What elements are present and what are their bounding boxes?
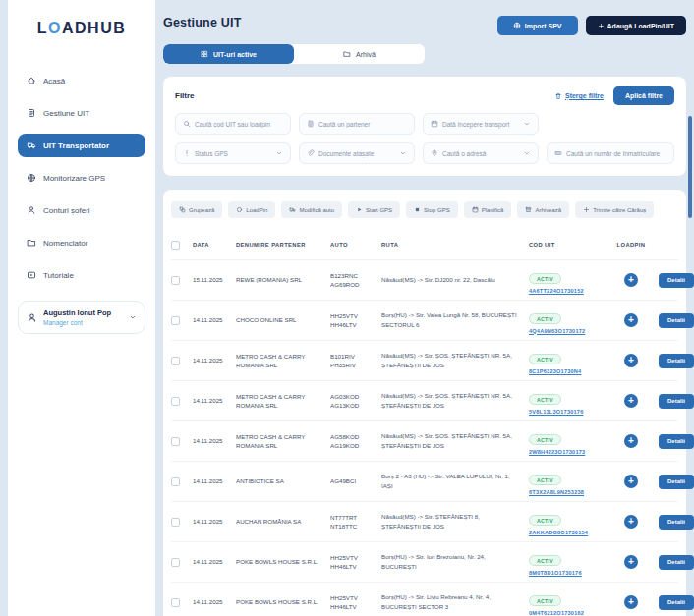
play-icon	[356, 206, 363, 213]
filter-data-incepere-value: Dată începere transport	[442, 121, 509, 128]
uit-code-link[interactable]: 8C1P6323O1730N4	[529, 368, 613, 374]
filter-partener-input[interactable]	[318, 121, 407, 128]
uit-code-link[interactable]: 4A6TT224O1730152	[529, 288, 613, 294]
detail-button[interactable]: Detalii	[659, 394, 694, 409]
sidebar-item-uit-transportator[interactable]: UIT Transportator	[18, 134, 145, 157]
table-row: 14.11.2025 POKE BOWLS HOUSE S.R.L. HH25V…	[171, 583, 678, 616]
detail-button[interactable]: Detalii	[659, 354, 694, 368]
filter-status-gps[interactable]: Status GPS	[175, 142, 291, 164]
filter-cod-uit[interactable]	[175, 113, 291, 135]
add-loadpin-row-button[interactable]: +	[624, 595, 638, 609]
row-date: 14.11.2025	[193, 597, 236, 606]
uit-code-link[interactable]: 0M4T6212O1730162	[529, 610, 613, 616]
row-checkbox[interactable]	[171, 477, 180, 486]
row-checkbox[interactable]	[171, 558, 180, 567]
row-cod-uit: ACTIV 0M4T6212O1730162	[529, 589, 613, 616]
add-loadpin-row-button[interactable]: +	[624, 555, 638, 569]
row-partner: POKE BOWLS HOUSE S.R.L.	[236, 597, 330, 606]
sidebar-item-nomenclator[interactable]: Nomenclator	[18, 231, 145, 254]
user-menu[interactable]: Augustin Ionut Pop Manager cont	[18, 301, 145, 334]
table-row: 14.11.2025 CHOCO ONLINE SRL HH25VTVHH46L…	[171, 301, 678, 341]
uit-code-link[interactable]: 2W8H4223O1730173	[529, 449, 613, 455]
add-loadpin-row-button[interactable]: +	[624, 475, 638, 488]
detail-button[interactable]: Detalii	[659, 434, 694, 449]
detail-button[interactable]: Detalii	[659, 555, 694, 570]
table-row: 14.11.2025 METRO CASH & CARRY ROMANIA SR…	[171, 381, 678, 421]
uit-code-link[interactable]: 6T3X2A8L9N253238	[529, 489, 613, 495]
add-loadpin-row-button[interactable]: +	[624, 434, 638, 448]
add-loadpin-row-button[interactable]: +	[624, 515, 638, 529]
column-header-cod-uit: COD UIT	[529, 242, 613, 248]
filter-data-incepere[interactable]: Dată începere transport	[423, 113, 539, 135]
detail-button[interactable]: Detalii	[659, 313, 694, 328]
import-spv-button[interactable]: Import SPV	[497, 16, 578, 35]
bulk-action-label: Planifică	[482, 207, 504, 213]
document-icon	[27, 108, 36, 118]
uit-code-link[interactable]: 2AKKADG8O1730154	[529, 530, 613, 535]
uit-code-link[interactable]: 8M0T8D1O1730176	[529, 570, 613, 576]
row-checkbox[interactable]	[171, 598, 180, 607]
row-auto-plates: HH25VTVHH46LTV	[330, 311, 381, 330]
planifica-button[interactable]: Planifică	[464, 201, 512, 218]
clear-filters-link[interactable]: Șterge filtre	[554, 92, 604, 100]
row-checkbox[interactable]	[171, 397, 180, 406]
trimite-caraus-button[interactable]: Trimite către Cărăuș	[575, 201, 654, 218]
pin-icon	[431, 149, 438, 157]
filter-numar-inmatriculare-input[interactable]	[566, 150, 666, 157]
sidebar-item-tutoriale[interactable]: Tutoriale	[18, 263, 145, 287]
apply-filters-button[interactable]: Aplică filtre	[613, 86, 674, 105]
chevron-down-icon	[129, 313, 137, 321]
detail-button[interactable]: Detalii	[659, 273, 694, 288]
add-loadpin-uit-button[interactable]: Adaugă LoadPin/UIT	[586, 16, 686, 35]
scrollbar-thumb[interactable]	[688, 116, 692, 218]
row-checkbox[interactable]	[171, 316, 180, 325]
tab-arhiva[interactable]: Arhivă	[294, 44, 425, 64]
filter-partener[interactable]	[299, 113, 415, 135]
status-badge: ACTIV	[529, 595, 561, 606]
filter-adresa-value: Caută o adresă	[442, 150, 486, 157]
detail-button[interactable]: Detalii	[659, 595, 694, 610]
bulk-action-label: Modifică auto	[299, 207, 334, 213]
detail-button[interactable]: Detalii	[659, 515, 694, 530]
row-route: Năsăud(MS) -> Str. ȘOS. ȘTEFĂNEȘTI NR. 5…	[381, 351, 529, 369]
sidebar-item-acasa[interactable]: Acasă	[18, 69, 145, 92]
sidebar-item-label: Gestiune UIT	[43, 109, 89, 118]
sidebar-item-label: Monitorizare GPS	[43, 174, 105, 183]
logo-text: ADHUB	[62, 20, 126, 36]
folder-icon	[343, 50, 351, 58]
sidebar-item-gestiune-uit[interactable]: Gestiune UIT	[18, 101, 145, 125]
row-date: 14.11.2025	[193, 356, 236, 364]
filter-documente-atasate[interactable]: Documente atașate	[299, 142, 415, 164]
status-badge: ACTIV	[529, 434, 561, 445]
grupeaza-button[interactable]: Grupează	[171, 201, 222, 218]
user-avatar-icon	[27, 312, 37, 323]
loadpin-button[interactable]: LoadPin	[228, 201, 275, 218]
tab-uit-active[interactable]: UIT-uri active	[163, 44, 294, 64]
select-all-checkbox[interactable]	[171, 241, 180, 250]
row-checkbox[interactable]	[171, 518, 180, 527]
filter-adresa[interactable]: Caută o adresă	[423, 142, 539, 164]
calendar-icon	[472, 206, 479, 213]
add-loadpin-row-button[interactable]: +	[624, 354, 638, 367]
filter-cod-uit-input[interactable]	[195, 121, 283, 128]
detail-button[interactable]: Detalii	[659, 475, 694, 489]
add-loadpin-row-button[interactable]: +	[624, 273, 638, 287]
row-checkbox[interactable]	[171, 437, 180, 446]
add-loadpin-row-button[interactable]: +	[624, 394, 638, 408]
modifica-auto-button[interactable]: Modifică auto	[281, 201, 342, 218]
stop-gps-button[interactable]: Stop GPS	[406, 201, 458, 218]
start-gps-button[interactable]: Start GPS	[348, 201, 400, 218]
chevron-down-icon	[523, 149, 531, 157]
sidebar-item-conturi-soferi[interactable]: Conturi șoferi	[18, 198, 145, 222]
arhiveaza-button[interactable]: Arhivează	[517, 201, 569, 218]
row-route: Năsăud(MS) -> Str. ȘTEFĂNEȘTI 8, ȘTEFĂNE…	[381, 512, 529, 531]
add-loadpin-row-button[interactable]: +	[624, 313, 638, 327]
sidebar-item-monitorizare-gps[interactable]: Monitorizare GPS	[18, 166, 145, 190]
table-row: 14.11.2025 METRO CASH & CARRY ROMANIA SR…	[171, 421, 678, 462]
uit-code-link[interactable]: 5V8L13L3O1730176	[529, 409, 613, 415]
row-checkbox[interactable]	[171, 276, 180, 285]
row-checkbox[interactable]	[171, 357, 180, 365]
filter-numar-inmatriculare[interactable]	[547, 142, 674, 164]
row-auto-plates: HH25VTVHH46LTV	[330, 553, 381, 572]
uit-code-link[interactable]: 4Q4A9N63O1730172	[529, 328, 613, 334]
